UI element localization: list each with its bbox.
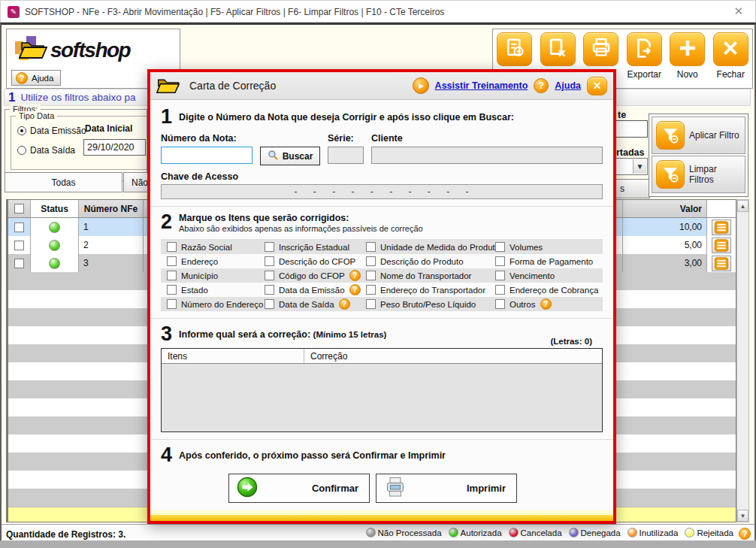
aplicar-filtro-button[interactable]: Aplicar Filtro [652,117,745,154]
checkbox-municipio[interactable] [167,271,177,280]
cliente-field-label: Cliente [371,133,603,147]
tab-todas[interactable]: Todas [5,172,122,192]
correction-item-inscricao-estadual: Inscrição Estadual [265,242,366,252]
correction-item-data-da-emissao: Data da Emissão? [265,284,366,295]
radio-data-emissao[interactable]: Data Emissão [17,126,86,136]
step-number: 1 [8,90,15,105]
checkbox-inscricao-estadual[interactable] [265,242,274,252]
legend-item-autorizada: Autorizada [449,528,502,537]
dialog-help-icon[interactable]: ? [534,78,549,93]
checkbox-endereco-do-transportador[interactable] [366,285,376,295]
checkbox-numero-do-endereco[interactable] [167,299,177,309]
checkbox-razao-social[interactable] [167,242,177,252]
folder-icon [156,76,180,96]
checkbox-volumes[interactable] [495,242,505,252]
row-checkbox[interactable] [14,259,24,268]
legend-label: Rejeitada [697,528,733,537]
correction-item-outros: Outros? [495,298,603,310]
correction-items-row: Razão SocialInscrição EstadualUnidade de… [161,240,603,254]
checkbox-unidade-de-medida-do-produto[interactable] [366,242,376,252]
limpar-filtros-button[interactable]: Limpar Filtros [652,156,745,193]
checkbox-vencimento[interactable] [495,271,505,280]
row-detail-button[interactable] [712,238,731,253]
statusbar-help-icon[interactable]: ? [739,528,751,540]
col-valor[interactable]: Valor [623,200,707,217]
status-authorized-icon [49,240,60,251]
checkbox-endereco-de-cobranca[interactable] [495,285,505,295]
toolbar-export-button[interactable] [627,32,662,66]
dialog-header: Carta de Correção ▶ Assistir Treinamento… [150,72,613,100]
correction-item-label: Município [181,271,218,280]
row-numero-cell: 1 [79,218,144,236]
filters-groupbox: Filtros: Tipo Data Data Emissão Data Saí… [5,109,147,181]
row-detail-button[interactable] [712,256,731,271]
scroll-down-icon[interactable]: ▼ [737,510,748,522]
select-all-checkbox[interactable] [14,204,24,213]
close-icon [720,38,741,61]
checkbox-nome-do-transportador[interactable] [366,271,376,280]
window-close-icon[interactable]: ✕ [733,5,743,18]
imprimir-button[interactable]: Imprimir [376,474,517,503]
legend-label: Denegada [581,528,621,537]
step-text: Utilize os filtros abaixo pa [20,92,135,103]
correction-item-razao-social: Razão Social [167,242,265,252]
row-checkbox[interactable] [14,241,24,250]
export-icon [633,37,655,62]
vertical-scrollbar[interactable]: ▲ ▼ [736,199,749,522]
correction-item-unidade-de-medida-do-produto: Unidade de Medida do Produto [366,242,495,252]
legend-label: Cancelada [521,528,562,537]
correction-item-label: Endereço [181,257,218,266]
toolbar-document-cancel-button[interactable] [540,32,576,66]
filter-actions-panel: Aplicar Filtro Limpar Filtros [649,114,748,197]
row-select-cell [8,254,31,272]
confirmar-button[interactable]: Confirmar [228,474,370,503]
filter-funnel-icon [656,121,685,150]
radio-data-saida[interactable]: Data Saída [17,145,75,156]
col-status[interactable]: Status [31,200,79,217]
dialog-close-button[interactable]: ✕ [587,77,607,95]
chevron-down-icon[interactable]: ▼ [633,159,646,174]
row-action-cell [707,236,736,254]
checkbox-data-da-emissao[interactable] [265,285,274,295]
checkbox-codigo-do-cfop[interactable] [265,271,274,280]
ajuda-button[interactable]: ? Ajuda [11,70,61,86]
col-numero-nfe[interactable]: Número NFe [79,200,144,217]
correcao-table[interactable]: Itens Correção [161,348,603,432]
play-icon[interactable]: ▶ [413,77,429,94]
correction-item-codigo-do-cfop: Código do CFOP? [265,270,366,281]
numero-nota-input[interactable] [161,147,253,164]
checkbox-forma-de-pagamento[interactable] [495,256,505,266]
correction-item-label: Vencimento [510,271,555,280]
status-color-dot [366,528,376,537]
assistir-treinamento-link[interactable]: Assistir Treinamento [435,80,528,91]
checkbox-estado[interactable] [167,285,177,295]
checkbox-peso-bruto-peso-liquido[interactable] [366,299,376,309]
scroll-up-icon[interactable]: ▲ [737,200,748,212]
checkbox-endereco[interactable] [167,256,177,266]
toolbar-document-edit-button[interactable] [497,32,532,66]
toolbar-close-button[interactable] [713,32,748,66]
help-icon[interactable]: ? [339,298,350,310]
help-icon[interactable]: ? [349,284,361,295]
buscar-button[interactable]: Buscar [260,147,320,165]
checkbox-descricao-do-cfop[interactable] [265,256,274,266]
checkbox-outros[interactable] [495,299,505,309]
window-bottom-edge [0,540,756,548]
checkbox-descricao-do-produto[interactable] [366,256,376,266]
numero-nota-label: Número da Nota: [161,133,320,147]
toolbar-printer-button[interactable] [583,32,618,66]
row-numero-cell: 2 [79,236,144,254]
status-color-dot [569,528,579,537]
row-detail-button[interactable] [712,220,731,235]
checkbox-data-de-saida[interactable] [265,299,274,309]
row-checkbox[interactable] [14,223,24,232]
legend-item-denegada: Denegada [569,528,621,537]
ajuda-link[interactable]: Ajuda [555,80,581,91]
toolbar-plus-button[interactable] [670,32,705,66]
help-icon[interactable]: ? [540,298,552,310]
data-inicial-input[interactable]: 29/10/2020 [83,139,146,156]
divider [150,206,613,207]
help-icon[interactable]: ? [349,270,361,281]
status-authorized-icon [49,258,60,269]
dialog-title: Carta de Correção [189,80,276,92]
